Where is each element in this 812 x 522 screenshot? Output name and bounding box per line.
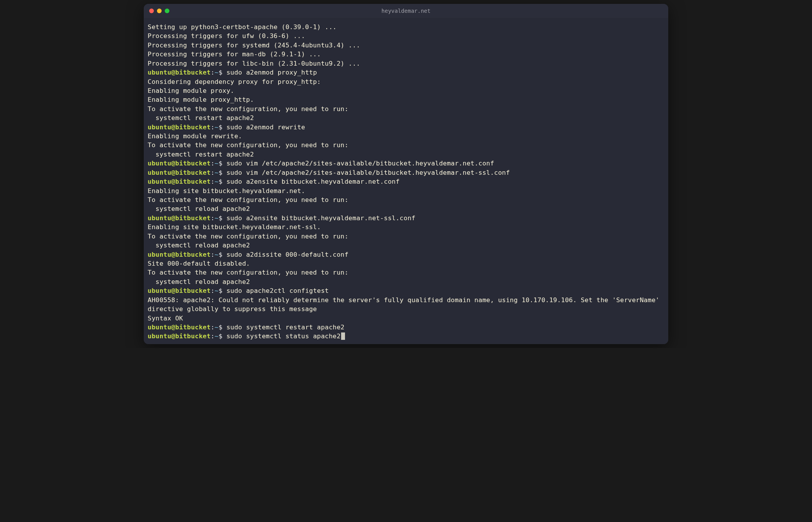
output-text: systemctl restart apache2: [148, 151, 254, 158]
command-text: sudo a2enmod rewrite: [227, 124, 305, 131]
output-text: To activate the new configuration, you n…: [148, 196, 348, 204]
prompt-separator: :: [211, 214, 214, 222]
terminal-output-line: systemctl restart apache2: [148, 113, 664, 122]
terminal-output-line: Considering dependency proxy for proxy_h…: [148, 77, 664, 86]
prompt-path: ~: [214, 169, 218, 176]
terminal-output-line: Processing triggers for ufw (0.36-6) ...: [148, 31, 664, 40]
maximize-icon[interactable]: [165, 9, 169, 13]
prompt-separator: :: [211, 287, 214, 294]
prompt-symbol: $: [218, 332, 226, 340]
prompt-path: ~: [214, 251, 218, 258]
terminal-output-line: Enabling module rewrite.: [148, 132, 664, 141]
prompt-userhost: ubuntu@bitbucket: [148, 169, 211, 176]
minimize-icon[interactable]: [157, 9, 162, 13]
terminal-output-line: Enabling site bitbucket.heyvaldemar.net.: [148, 186, 664, 195]
prompt-path: ~: [214, 332, 218, 340]
prompt-userhost: ubuntu@bitbucket: [148, 324, 211, 331]
prompt-separator: :: [211, 251, 214, 258]
terminal-output-line: To activate the new configuration, you n…: [148, 141, 664, 150]
command-text: sudo a2ensite bitbucket.heyvaldemar.net-…: [227, 214, 415, 222]
output-text: Enabling module rewrite.: [148, 132, 242, 140]
prompt-symbol: $: [218, 324, 226, 331]
terminal-command-line: ubuntu@bitbucket:~$ sudo systemctl resta…: [148, 323, 664, 332]
output-text: To activate the new configuration, you n…: [148, 269, 348, 276]
terminal-output-line: Processing triggers for libc-bin (2.31-0…: [148, 59, 664, 68]
traffic-lights: [149, 9, 169, 13]
prompt-separator: :: [211, 160, 214, 167]
output-text: Enabling site bitbucket.heyvaldemar.net.: [148, 187, 305, 195]
output-text: Processing triggers for man-db (2.9.1-1)…: [148, 50, 321, 58]
command-text: sudo systemctl restart apache2: [227, 324, 345, 331]
prompt-separator: :: [211, 169, 214, 176]
terminal-command-line: ubuntu@bitbucket:~$ sudo systemctl statu…: [148, 332, 664, 341]
prompt-symbol: $: [218, 178, 226, 185]
output-text: Processing triggers for systemd (245.4-4…: [148, 42, 360, 49]
prompt-userhost: ubuntu@bitbucket: [148, 251, 211, 258]
terminal-output-line: To activate the new configuration, you n…: [148, 104, 664, 113]
close-icon[interactable]: [149, 9, 154, 13]
prompt-symbol: $: [218, 169, 226, 176]
command-text: sudo a2ensite bitbucket.heyvaldemar.net.…: [227, 178, 400, 185]
command-text: sudo vim /etc/apache2/sites-available/bi…: [227, 160, 494, 167]
output-text: Processing triggers for libc-bin (2.31-0…: [148, 60, 360, 67]
command-text: sudo a2enmod proxy_http: [227, 69, 317, 76]
terminal-command-line: ubuntu@bitbucket:~$ sudo vim /etc/apache…: [148, 159, 664, 168]
output-text: To activate the new configuration, you n…: [148, 105, 348, 113]
cursor-icon: [341, 332, 345, 340]
output-text: To activate the new configuration, you n…: [148, 233, 348, 240]
prompt-path: ~: [214, 214, 218, 222]
prompt-userhost: ubuntu@bitbucket: [148, 69, 211, 76]
terminal-output-line: Processing triggers for systemd (245.4-4…: [148, 41, 664, 50]
prompt-separator: :: [211, 324, 214, 331]
command-text: sudo a2dissite 000-default.conf: [227, 251, 348, 258]
prompt-separator: :: [211, 178, 214, 185]
terminal-output-line: systemctl reload apache2: [148, 204, 664, 213]
window-title: heyvaldemar.net: [382, 8, 430, 14]
prompt-symbol: $: [218, 251, 226, 258]
terminal-output-line: To activate the new configuration, you n…: [148, 268, 664, 277]
prompt-userhost: ubuntu@bitbucket: [148, 124, 211, 131]
prompt-userhost: ubuntu@bitbucket: [148, 214, 211, 222]
output-text: Enabling module proxy_http.: [148, 96, 254, 103]
terminal-output-line: systemctl reload apache2: [148, 277, 664, 286]
terminal-output-line: To activate the new configuration, you n…: [148, 195, 664, 204]
command-text: sudo apache2ctl configtest: [227, 287, 329, 294]
prompt-path: ~: [214, 69, 218, 76]
prompt-path: ~: [214, 287, 218, 294]
terminal-window: heyvaldemar.net Setting up python3-certb…: [144, 4, 668, 344]
output-text: To activate the new configuration, you n…: [148, 141, 348, 149]
prompt-userhost: ubuntu@bitbucket: [148, 332, 211, 340]
output-text: AH00558: apache2: Could not reliably det…: [148, 296, 664, 313]
terminal-output-line: Processing triggers for man-db (2.9.1-1)…: [148, 50, 664, 59]
prompt-path: ~: [214, 178, 218, 185]
output-text: Site 000-default disabled.: [148, 260, 250, 267]
prompt-symbol: $: [218, 214, 226, 222]
terminal-output-line: Syntax OK: [148, 314, 664, 323]
terminal-command-line: ubuntu@bitbucket:~$ sudo a2enmod proxy_h…: [148, 68, 664, 77]
command-text: sudo systemctl status apache2: [227, 332, 341, 340]
terminal-output-line: Enabling module proxy_http.: [148, 95, 664, 104]
terminal-command-line: ubuntu@bitbucket:~$ sudo apache2ctl conf…: [148, 286, 664, 295]
terminal-output-line: Enabling module proxy.: [148, 86, 664, 95]
output-text: systemctl restart apache2: [148, 114, 254, 122]
output-text: Considering dependency proxy for proxy_h…: [148, 78, 321, 85]
terminal-output-line: Setting up python3-certbot-apache (0.39.…: [148, 23, 664, 31]
prompt-path: ~: [214, 124, 218, 131]
output-text: Setting up python3-certbot-apache (0.39.…: [148, 23, 336, 31]
prompt-symbol: $: [218, 69, 226, 76]
output-text: Processing triggers for ufw (0.36-6) ...: [148, 32, 305, 40]
terminal-output-line: AH00558: apache2: Could not reliably det…: [148, 296, 664, 314]
output-text: systemctl reload apache2: [148, 242, 250, 249]
output-text: Syntax OK: [148, 315, 183, 322]
prompt-userhost: ubuntu@bitbucket: [148, 160, 211, 167]
prompt-path: ~: [214, 160, 218, 167]
terminal-output-line: Enabling site bitbucket.heyvaldemar.net-…: [148, 223, 664, 231]
output-text: Enabling module proxy.: [148, 87, 234, 94]
terminal-output[interactable]: Setting up python3-certbot-apache (0.39.…: [144, 18, 668, 344]
terminal-output-line: systemctl reload apache2: [148, 241, 664, 250]
command-text: sudo vim /etc/apache2/sites-available/bi…: [227, 169, 510, 176]
prompt-symbol: $: [218, 160, 226, 167]
terminal-output-line: systemctl restart apache2: [148, 150, 664, 159]
prompt-symbol: $: [218, 287, 226, 294]
prompt-separator: :: [211, 332, 214, 340]
